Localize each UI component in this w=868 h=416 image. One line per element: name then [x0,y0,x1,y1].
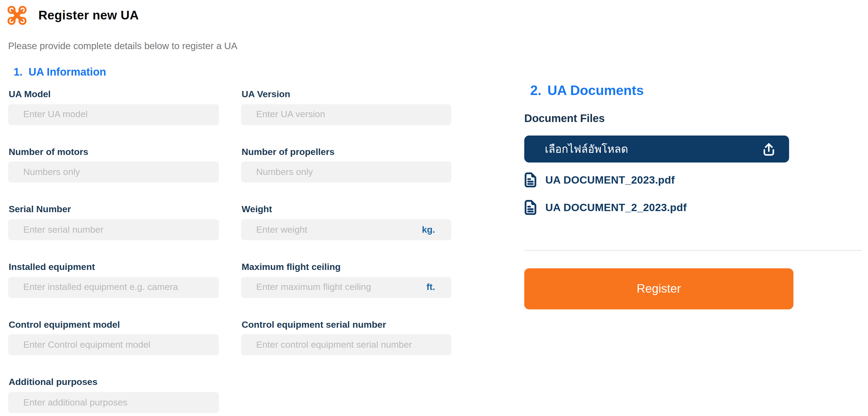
section-title: UA Documents [548,82,644,98]
form-field: Number of motors [8,147,219,182]
uploaded-file-item[interactable]: UA DOCUMENT_2_2023.pdf [524,200,862,215]
page-title: Register new UA [38,8,139,23]
field-label: Number of propellers [242,147,451,157]
form-field: Maximum flight ceiling ft. [241,263,451,298]
register-button[interactable]: Register [524,268,794,309]
field-label: UA Model [9,90,219,100]
field-input[interactable] [241,335,441,355]
drone-icon [7,6,27,25]
ua-information-heading: 1. UA Information [13,66,459,78]
field-input-wrap [241,335,451,355]
form-fields-grid: UA Model UA Version Number of moto [8,90,459,413]
field-input[interactable] [8,277,209,298]
page-subtitle: Please provide complete details below to… [8,40,237,52]
field-label: UA Version [242,90,451,100]
field-input-wrap: kg. [241,219,451,240]
section-title: UA Information [28,66,106,78]
field-input-wrap [8,277,219,298]
field-input-wrap [8,104,219,125]
unit-suffix: ft. [427,282,441,293]
upload-button-label: เลือกไฟล์อัพโหลด [545,140,762,158]
section-ua-information: 1. UA Information UA Model UA Version [8,66,459,413]
upload-file-button[interactable]: เลือกไฟล์อัพโหลด [524,136,789,163]
field-label: Additional purposes [9,378,219,388]
field-input[interactable] [241,162,441,183]
form-field: Additional purposes [8,378,219,413]
field-label: Serial Number [9,205,219,215]
field-input-wrap [8,392,219,413]
field-input[interactable] [241,219,422,240]
field-input-wrap [241,162,451,183]
section-number: 1. [13,66,23,78]
field-input[interactable] [241,277,427,298]
field-label: Installed equipment [9,263,219,272]
section-ua-documents: 2. UA Documents Document Files เลือกไฟล์… [524,82,862,309]
upload-tray-arrow-icon [762,142,776,156]
field-input-wrap [8,219,219,240]
ua-documents-heading: 2. UA Documents [530,82,862,98]
document-files-heading: Document Files [524,112,862,125]
field-label: Control equipment serial number [242,320,451,330]
field-input[interactable] [8,162,209,183]
form-field: Serial Number [8,205,219,240]
page: Register new UA Please provide complete … [0,0,868,416]
field-label: Maximum flight ceiling [242,263,451,272]
field-label: Number of motors [9,147,219,157]
field-input-wrap [241,104,451,125]
field-input[interactable] [8,104,209,125]
page-header: Register new UA [7,6,139,25]
field-input[interactable] [8,219,209,240]
form-field: Control equipment model [8,320,219,355]
form-field: Installed equipment [8,263,219,298]
divider [524,250,862,251]
form-field: Control equipment serial number [241,320,451,355]
field-input-wrap: ft. [241,277,451,298]
field-input-wrap [8,335,219,355]
field-input[interactable] [8,335,209,355]
field-input[interactable] [241,104,441,125]
form-field: Weight kg. [241,205,451,240]
form-field: UA Version [241,90,451,125]
field-label: Control equipment model [9,320,219,330]
unit-suffix: kg. [422,224,441,235]
uploaded-file-item[interactable]: UA DOCUMENT_2023.pdf [524,172,862,187]
file-name: UA DOCUMENT_2_2023.pdf [545,201,687,213]
form-field: UA Model [8,90,219,125]
field-input-wrap [8,162,219,183]
form-field: Number of propellers [241,147,451,182]
document-text-icon [524,172,537,187]
file-name: UA DOCUMENT_2023.pdf [545,174,675,186]
uploaded-files-list: UA DOCUMENT_2023.pdf UA DOCUMENT_2_2023.… [524,172,862,215]
section-number: 2. [530,82,541,98]
field-input[interactable] [8,392,209,413]
document-text-icon [524,200,537,215]
field-label: Weight [242,205,451,215]
